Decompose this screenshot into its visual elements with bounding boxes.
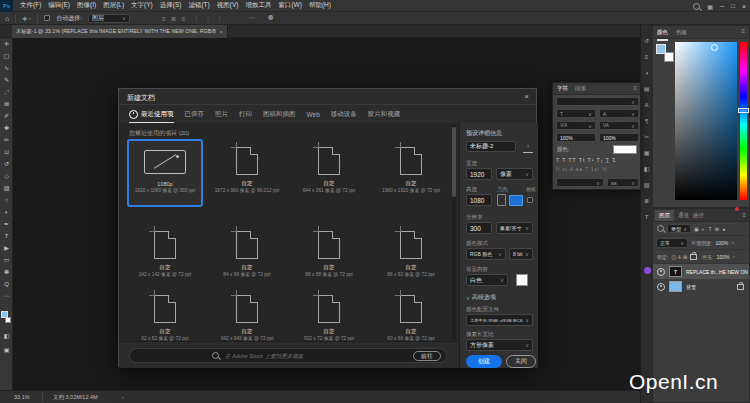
workspace-settings-gear-icon[interactable]: ☸ [268, 14, 274, 22]
zoom-level[interactable]: 33.1% [14, 394, 42, 400]
layer-name[interactable]: REPLACE th...HE NEW ONE [686, 269, 748, 275]
preset-card[interactable]: 自定1980 x 1920 像素 @ 72 ppi [373, 139, 449, 207]
layer-filter-search-icon[interactable] [657, 225, 664, 232]
pixel-aspect-ratio-dropdown[interactable]: 方形像素∨ [466, 339, 533, 351]
tool-brush-icon[interactable]: ✏ [0, 134, 13, 146]
text-color-swatch[interactable] [613, 145, 637, 154]
scrollbar-thumb[interactable] [452, 127, 456, 197]
menu-plugins[interactable]: 增效工具 [245, 1, 271, 10]
menu-help[interactable]: 帮助(H) [309, 1, 331, 10]
preset-card[interactable]: 自定84 x 96 像素 @ 72 ppi [209, 223, 285, 291]
panel-menu-icon[interactable]: ≡ [741, 28, 745, 34]
workspace-icon[interactable]: ▦ [707, 3, 713, 10]
distribute-icons[interactable]: ⋮ ⋮ ⋮ [193, 15, 224, 22]
preset-card[interactable]: 自定86 x 88 像素 @ 72 ppi [291, 223, 367, 291]
tool-frame-icon[interactable]: ⊠ [0, 98, 13, 110]
dock-properties-icon[interactable]: ≡ [641, 49, 652, 65]
blend-mode-dropdown[interactable]: 正常∨ [656, 238, 688, 248]
tool-history-brush-icon[interactable]: ↺ [0, 158, 13, 170]
tab-mobile[interactable]: 移动设备 [331, 110, 357, 119]
foreground-color-swatch[interactable] [1, 311, 8, 318]
saturation-brightness-field[interactable] [675, 42, 737, 200]
dock-glyphs-icon[interactable]: A [641, 97, 652, 113]
tracking-dropdown[interactable]: VA∨ [599, 121, 639, 130]
panel-menu-icon[interactable]: ≡ [742, 212, 746, 218]
tab-film-video[interactable]: 胶片和视频 [368, 110, 401, 119]
go-button[interactable]: 前往 [413, 351, 441, 361]
preset-card[interactable]: 自定644 x 361 像素 @ 72 ppi [291, 139, 367, 207]
tool-hand-icon[interactable]: ✽ [0, 266, 13, 278]
resolution-unit-dropdown[interactable]: 像素/英寸∨ [496, 222, 533, 234]
tool-marquee-icon[interactable]: ▢ [0, 50, 13, 62]
quick-mask-icon[interactable]: ◧ [0, 330, 13, 342]
document-tab[interactable]: 未标题-1 @ 33.1% (REPLACE this IMAGE ENTIRE… [12, 25, 228, 38]
resolution-field[interactable]: 300 [466, 222, 492, 234]
orientation-landscape-button[interactable] [509, 195, 523, 206]
vertical-scale-field[interactable]: 100% [556, 133, 596, 142]
hue-slider-handle[interactable] [738, 108, 749, 113]
tab-swatches[interactable]: 色板 [676, 29, 687, 36]
dock-styles-icon[interactable]: ▨ [641, 177, 652, 193]
search-icon[interactable] [693, 3, 700, 10]
menu-edit[interactable]: 编辑(E) [48, 1, 70, 10]
antialias-dropdown[interactable]: aa∨ [607, 178, 639, 187]
menu-type[interactable]: 文字(Y) [131, 1, 153, 10]
dock-actions-icon[interactable]: ✂ [641, 129, 652, 145]
stock-search-bar[interactable]: 前往 [129, 348, 447, 363]
fill-value[interactable]: 100% [717, 254, 730, 260]
layer-visibility-eye-icon[interactable] [657, 268, 665, 276]
menu-filter[interactable]: 滤镜(T) [188, 1, 209, 10]
presets-scrollbar[interactable] [452, 125, 456, 339]
dock-channels-icon[interactable]: ▦ [641, 145, 652, 161]
tool-healing-brush-icon[interactable]: ✚ [0, 122, 13, 134]
text-style-buttons[interactable]: T T TT Tt T¹ T₁ T̲ T̶ [556, 157, 639, 163]
auto-select-checkbox[interactable] [44, 15, 50, 21]
document-tab-close-icon[interactable]: × [219, 29, 223, 35]
tool-blur-icon[interactable]: ○ [0, 194, 13, 206]
tab-character[interactable]: 字符 [557, 85, 568, 92]
tab-recent[interactable]: 最近使用项 [129, 110, 174, 119]
tool-shape-icon[interactable]: ▭ [0, 254, 13, 266]
foreground-swatch[interactable] [656, 44, 666, 54]
layer-filter-icons[interactable]: ▣ ◐ T ⊞ ● [694, 226, 726, 232]
tool-pen-icon[interactable]: ✒ [0, 218, 13, 230]
layer-row-background[interactable]: 背景 [653, 279, 749, 294]
tab-photo[interactable]: 照片 [215, 110, 228, 119]
dialog-close-button[interactable]: 关闭 [506, 355, 536, 368]
lock-option-icons[interactable]: ◫ ✛ ⊞ [671, 254, 687, 260]
language-dropdown[interactable]: ∨ [556, 178, 604, 187]
tool-eyedropper-icon[interactable]: ✐ [0, 110, 13, 122]
layer-filter-type-dropdown[interactable]: 类型∨ [667, 224, 691, 233]
tab-print[interactable]: 打印 [239, 110, 252, 119]
layer-name[interactable]: 背景 [686, 284, 733, 290]
width-field[interactable]: 1920 [466, 168, 492, 180]
font-family-dropdown[interactable]: ∨ [556, 97, 639, 106]
menu-image[interactable]: 图像(I) [77, 1, 96, 10]
tab-web[interactable]: Web [307, 111, 320, 118]
tab-saved[interactable]: 已保存 [185, 110, 205, 119]
lock-all-icon[interactable] [690, 254, 697, 260]
save-preset-icon[interactable]: ↓ [523, 141, 533, 153]
tool-move-icon[interactable]: ✛ [0, 38, 13, 50]
tool-quick-selection-icon[interactable]: ✎ [0, 74, 13, 86]
dock-paragraph-icon[interactable]: ¶ [641, 113, 652, 129]
current-tool-icon[interactable]: ✛ ∨ [22, 15, 31, 22]
dock-plugin-icon[interactable] [644, 267, 651, 274]
align-icons[interactable]: ≡ ≣ ≡ [162, 15, 187, 22]
artboard-checkbox[interactable] [527, 197, 533, 203]
preset-card-1080p[interactable]: 1080p1920 x 1080 像素 @ 300 ppi [127, 139, 203, 207]
layer-row-text[interactable]: T REPLACE th...HE NEW ONE [653, 264, 749, 279]
background-layer-thumbnail[interactable] [669, 281, 682, 292]
tab-paragraph[interactable]: 段落 [575, 85, 586, 92]
kerning-dropdown[interactable]: V/A∨ [556, 121, 596, 130]
screen-mode-icon[interactable]: ▣ [0, 344, 13, 356]
close-button[interactable]: × [742, 3, 746, 10]
tools-more-icon[interactable]: ⋯ [0, 290, 13, 302]
tab-layers[interactable]: 图层 [655, 210, 674, 221]
dock-history-icon[interactable]: ↺ [641, 33, 652, 49]
more-options-icon[interactable]: ⋯ [249, 14, 256, 22]
tool-clone-stamp-icon[interactable]: ⊔ [0, 146, 13, 158]
minimize-button[interactable]: ─ [720, 3, 724, 9]
preset-card[interactable]: 自定86 x 92 像素 @ 72 ppi [373, 223, 449, 291]
opentype-buttons[interactable]: fi st A aa T 1st ½ [556, 167, 639, 172]
